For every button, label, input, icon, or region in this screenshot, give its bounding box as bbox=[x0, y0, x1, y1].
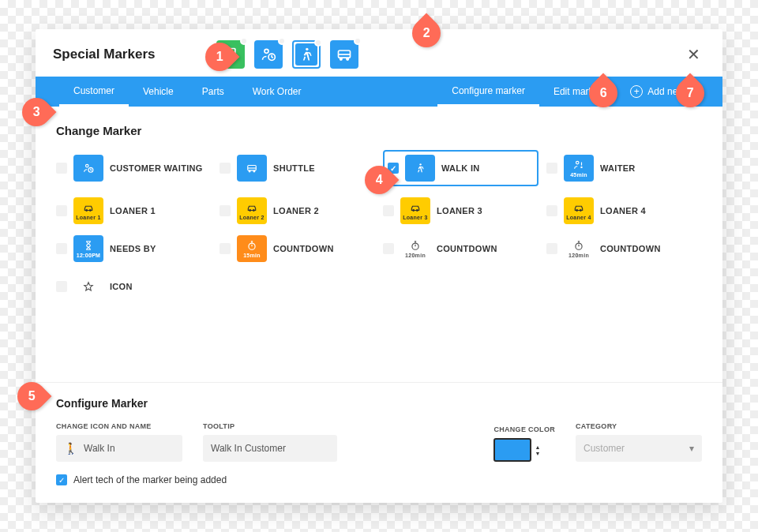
checkbox[interactable] bbox=[383, 205, 394, 216]
checkbox[interactable] bbox=[546, 205, 557, 216]
chevron-down-icon: ▾ bbox=[689, 443, 694, 454]
configure-heading: Configure Marker bbox=[56, 397, 702, 410]
car-icon: Loaner 1 bbox=[73, 197, 103, 224]
stopwatch-icon: 120min bbox=[564, 235, 594, 262]
marker-label: LOANER 1 bbox=[110, 206, 156, 215]
alert-label: Alert tech of the marker being added bbox=[73, 474, 227, 485]
svg-point-9 bbox=[340, 58, 343, 61]
marker-label: WAITER bbox=[600, 163, 636, 173]
car-icon: Loaner 2 bbox=[237, 197, 267, 224]
marker-option-loaner-2[interactable]: Loaner 2 LOANER 2 bbox=[220, 197, 375, 224]
plus-icon: + bbox=[630, 85, 643, 98]
checkbox[interactable] bbox=[220, 205, 231, 216]
car-icon: Loaner 4 bbox=[564, 197, 594, 224]
marker-option-loaner-4[interactable]: Loaner 4 LOANER 4 bbox=[546, 197, 702, 224]
marker-option-customer-waiting[interactable]: CUSTOMER WAITING bbox=[56, 150, 212, 186]
add-new-button[interactable]: + Add new bbox=[616, 77, 699, 107]
alert-checkbox[interactable]: ✓ bbox=[56, 474, 67, 485]
marker-label: COUNTDOWN bbox=[600, 244, 661, 253]
checkbox[interactable] bbox=[56, 243, 67, 254]
marker-option-countdown[interactable]: 120min COUNTDOWN bbox=[383, 235, 538, 262]
name-input[interactable]: 🚶 Walk In bbox=[56, 435, 182, 462]
marker-label: COUNTDOWN bbox=[273, 244, 334, 253]
person-clock-icon[interactable] bbox=[254, 40, 283, 69]
svg-point-10 bbox=[347, 58, 349, 61]
marker-label: SHUTTLE bbox=[273, 163, 315, 173]
change-marker-section: Change Marker CUSTOMER WAITING SHUTTLE ✓… bbox=[36, 107, 722, 382]
change-marker-heading: Change Marker bbox=[56, 124, 702, 137]
svg-point-31 bbox=[576, 243, 582, 249]
car-icon: Loaner 3 bbox=[400, 197, 430, 224]
color-label: CHANGE COLOR bbox=[493, 425, 555, 433]
marker-option-shuttle[interactable]: SHUTTLE bbox=[220, 150, 375, 186]
marker-option-loaner-1[interactable]: Loaner 1 LOANER 1 bbox=[56, 197, 212, 224]
checkbox[interactable] bbox=[546, 163, 557, 174]
category-value: Customer bbox=[584, 443, 625, 454]
change-icon-label: CHANGE ICON AND NAME bbox=[56, 422, 182, 430]
svg-point-17 bbox=[419, 163, 421, 165]
checkbox[interactable] bbox=[546, 243, 557, 254]
add-new-label: Add new bbox=[647, 86, 685, 97]
svg-point-15 bbox=[249, 170, 250, 172]
marker-option-needs-by[interactable]: 12:00PM NEEDS BY bbox=[56, 235, 212, 262]
svg-point-16 bbox=[253, 170, 255, 172]
svg-point-6 bbox=[306, 48, 309, 51]
walk-icon[interactable] bbox=[292, 40, 321, 69]
walk-icon: 🚶 bbox=[64, 442, 77, 455]
category-select[interactable]: Customer ▾ bbox=[576, 435, 702, 462]
marker-option-countdown[interactable]: 15min COUNTDOWN bbox=[220, 235, 375, 262]
checkbox[interactable] bbox=[56, 281, 67, 292]
marker-label: COUNTDOWN bbox=[437, 244, 497, 253]
color-picker[interactable]: ▲▼ bbox=[493, 438, 555, 462]
checkbox[interactable] bbox=[56, 205, 67, 216]
color-swatch bbox=[493, 438, 531, 462]
marker-option-waiter[interactable]: 45min WAITER bbox=[546, 150, 702, 186]
checkbox[interactable] bbox=[383, 243, 394, 254]
checkbox[interactable] bbox=[56, 163, 67, 174]
marker-label: CUSTOMER WAITING bbox=[110, 163, 203, 173]
marker-option-walk-in[interactable]: ✓ WALK IN bbox=[383, 150, 538, 186]
tab-parts[interactable]: Parts bbox=[188, 77, 238, 107]
tab-configure-marker[interactable]: Configure marker bbox=[437, 77, 539, 107]
hourglass-icon: 12:00PM bbox=[73, 235, 103, 262]
category-label: CATEGORY bbox=[576, 422, 702, 430]
close-button[interactable]: ✕ bbox=[682, 42, 705, 67]
configure-marker-section: Configure Marker CHANGE ICON AND NAME 🚶 … bbox=[36, 383, 722, 503]
checkbox[interactable] bbox=[220, 243, 231, 254]
svg-point-11 bbox=[86, 164, 89, 167]
checkbox[interactable]: ✓ bbox=[388, 163, 399, 174]
marker-option-icon[interactable]: ICON bbox=[56, 273, 212, 300]
tooltip-value: Walk In Customer bbox=[211, 443, 286, 454]
bus-icon[interactable] bbox=[330, 40, 358, 69]
tooltip-input[interactable]: Walk In Customer bbox=[203, 435, 337, 462]
stepper-icon: ▲▼ bbox=[535, 444, 540, 456]
marker-label: LOANER 3 bbox=[437, 206, 482, 215]
svg-point-18 bbox=[576, 161, 580, 164]
star-icon bbox=[73, 273, 103, 300]
marker-option-countdown[interactable]: 120min COUNTDOWN bbox=[546, 235, 702, 262]
svg-point-29 bbox=[249, 243, 255, 249]
modal-title: Special Markers bbox=[53, 47, 155, 62]
svg-point-4 bbox=[265, 49, 268, 53]
tab-vehicle[interactable]: Vehicle bbox=[129, 77, 188, 107]
marker-option-loaner-3[interactable]: Loaner 3 LOANER 3 bbox=[383, 197, 538, 224]
stopwatch-icon: 15min bbox=[237, 235, 267, 262]
checkbox[interactable] bbox=[220, 163, 231, 174]
stopwatch-icon: 120min bbox=[400, 235, 430, 262]
person-clock-icon bbox=[73, 155, 103, 182]
walk-icon bbox=[405, 155, 435, 182]
modal-header: Special Markers ✕ bbox=[36, 29, 722, 77]
tooltip-label: TOOLTIP bbox=[203, 422, 337, 430]
special-markers-modal: Special Markers ✕ CustomerVehiclePartsWo… bbox=[36, 29, 722, 503]
tab-edit-marker[interactable]: Edit marker bbox=[539, 77, 616, 107]
name-value: Walk In bbox=[84, 443, 115, 454]
marker-label: ICON bbox=[110, 282, 133, 291]
marker-label: LOANER 4 bbox=[600, 206, 646, 215]
svg-point-20 bbox=[581, 167, 582, 167]
bus-icon bbox=[237, 155, 267, 182]
tab-bar: CustomerVehiclePartsWork Order Configure… bbox=[36, 77, 722, 107]
tab-customer[interactable]: Customer bbox=[59, 77, 129, 107]
doc-icon[interactable] bbox=[216, 40, 245, 69]
tab-work-order[interactable]: Work Order bbox=[238, 77, 316, 107]
svg-marker-32 bbox=[84, 283, 93, 290]
